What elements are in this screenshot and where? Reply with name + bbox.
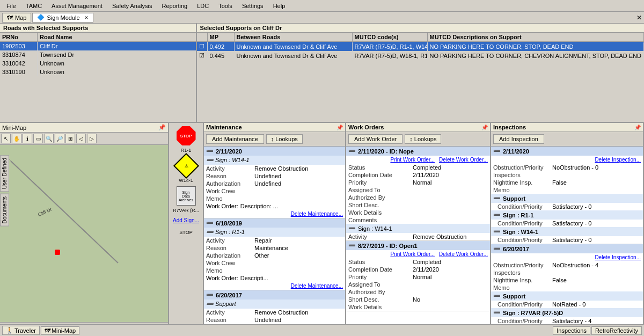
wo-details-2019: Work Details xyxy=(346,303,490,311)
inspections-pin-icon[interactable]: 📌 xyxy=(634,125,641,130)
road-row-3310042[interactable]: 3310042 Unknown xyxy=(0,59,196,68)
wo-assigned-value xyxy=(413,187,488,193)
maint-label-reason-3: Reason xyxy=(206,317,254,323)
insp-sub-r7var-cond-value: Satisfactory - 4 xyxy=(552,318,641,324)
maint-date-2019[interactable]: ➖ 6/18/2019 xyxy=(204,218,345,228)
maint-date-2020[interactable]: ➖ 2/11/2020 xyxy=(204,147,345,156)
wo-status-2019: Status Completed xyxy=(346,258,490,266)
delete-work-order-link-2019[interactable]: Delete Work Order... xyxy=(439,251,488,257)
sup-chk-1[interactable]: ☐ xyxy=(197,42,208,51)
tab-close-icon[interactable]: ✕ xyxy=(84,15,89,20)
insp-obstruction-2020: Obstruction/Priority NoObstruction - 0 xyxy=(491,164,643,171)
tab-map[interactable]: 🗺 Map xyxy=(2,13,31,23)
road-row-3310190[interactable]: 3310190 Unknown xyxy=(0,68,196,76)
sidebar-tab-user-defined[interactable]: User Defined xyxy=(0,155,9,192)
maint-date-2017[interactable]: ➖ 6/20/2017 xyxy=(204,290,345,300)
wo-date-2019[interactable]: ➖ 8/27/2019 - ID: Open1 xyxy=(346,241,490,250)
delete-maintenance-link-1[interactable]: Delete Maintenance... xyxy=(291,211,343,217)
menu-tamc[interactable]: TAMC xyxy=(21,2,46,10)
add-inspection-button[interactable]: Add Inspection xyxy=(493,134,544,144)
delete-work-order-link-2020[interactable]: Delete Work Order... xyxy=(439,157,488,163)
window-close-icon[interactable]: ✕ xyxy=(636,14,642,21)
wo-authorized-label-2019: Authorized By xyxy=(348,289,413,295)
insp-nighttime-label: Nighttime Insp. xyxy=(493,179,552,186)
minimap-btn-fullextent[interactable]: ⊞ xyxy=(65,134,75,143)
menu-safety[interactable]: Safety Analysis xyxy=(108,2,157,10)
menu-file[interactable]: File xyxy=(2,2,20,10)
supports-panel-title: Selected Supports on Cliff Dr xyxy=(197,24,644,33)
insp-sub-support-cond-value: Satisfactory - 0 xyxy=(552,203,641,210)
wo-details-label-2019: Work Details xyxy=(348,304,413,310)
road-row-1902503[interactable]: 1902503 Cliff Dr xyxy=(0,42,196,50)
add-sign-link[interactable]: Add Sign... xyxy=(171,217,201,223)
add-maintenance-button[interactable]: Add Maintenance xyxy=(206,134,264,144)
bottom-tab-traveler[interactable]: 🚶 Traveler xyxy=(2,326,40,335)
wo-details-label: Work Details xyxy=(348,209,413,216)
minimap-btn-identify[interactable]: ℹ xyxy=(23,134,32,143)
sup-desc-header: MUTCD Descriptions on Support xyxy=(428,33,644,41)
sign-thumb-r1-1[interactable]: STOP R1-1 xyxy=(171,125,201,153)
sign-thumb-w14-1[interactable]: ⚠ W14-1 xyxy=(171,155,201,183)
traveler-tab-label: Traveler xyxy=(14,327,36,334)
support-row-2[interactable]: ☑ 0.445 Unknown and Townsend Dr & Cliff … xyxy=(197,51,644,60)
support-row-1[interactable]: ☐ 0.492 Unknown and Townsend Dr & Cliff … xyxy=(197,42,644,51)
print-work-order-link-2019[interactable]: Print Work Order... xyxy=(390,251,435,257)
road-prno-4: 3310190 xyxy=(0,68,38,76)
sup-chk-2[interactable]: ☑ xyxy=(197,51,208,60)
wo-completion-2019: Completion Date 2/11/2020 xyxy=(346,266,490,273)
wo-priority-label-2019: Priority xyxy=(348,274,413,280)
delete-inspection-link-2017[interactable]: Delete Inspection... xyxy=(595,254,641,260)
menu-help[interactable]: Help xyxy=(269,2,290,10)
minimap-btn-hand[interactable]: ✋ xyxy=(12,134,21,143)
maintenance-lookups-button[interactable]: ↕ Lookups xyxy=(266,134,303,144)
retroreflectivity-status-label: RetroReflectivity xyxy=(595,327,638,334)
bottom-tab-minimap[interactable]: 🗺 Mini-Map xyxy=(41,326,79,335)
menu-tools[interactable]: Tools xyxy=(214,2,237,10)
minimap-btn-back[interactable]: ◁ xyxy=(76,134,86,143)
minimap-btn-arrow[interactable]: ↖ xyxy=(1,134,11,143)
insp-date-2017[interactable]: ➖ 6/20/2017 xyxy=(491,244,643,253)
menu-reporting[interactable]: Reporting xyxy=(157,2,192,10)
insp-date-2020[interactable]: ➖ 2/11/2020 xyxy=(491,147,643,156)
tab-sign-module[interactable]: 🔷 Sign Module ✕ xyxy=(32,13,93,23)
sidebar-tab-documents[interactable]: Documents xyxy=(0,194,9,227)
minimap-pin-icon[interactable]: 📌 xyxy=(158,124,166,131)
insp-nighttime-2017: Nighttime Insp. False xyxy=(491,276,643,284)
wo-details-2020: Work Details xyxy=(346,209,490,216)
add-work-order-button[interactable]: Add Work Order xyxy=(348,134,402,144)
delete-maintenance-link-2[interactable]: Delete Maintenance... xyxy=(291,283,343,289)
wo-status-label: Status xyxy=(348,164,413,171)
maint-wo-label-1: Work Order: xyxy=(206,203,238,209)
status-tab-inspections[interactable]: Inspections xyxy=(553,326,590,335)
wo-collapse-icon-2020: ➖ xyxy=(348,148,356,155)
wo-completion-value: 2/11/2020 xyxy=(413,172,488,178)
minimap-btn-zoomout[interactable]: 🔎 xyxy=(55,134,64,143)
work-orders-lookups-button[interactable]: ↕ Lookups xyxy=(405,134,441,144)
status-tab-retroreflectivity[interactable]: RetroReflectivity xyxy=(591,326,642,335)
minimap-btn-forward[interactable]: ▷ xyxy=(87,134,97,143)
wo-date-2020[interactable]: ➖ 2/11/2020 - ID: Nope xyxy=(346,147,490,156)
work-orders-pin-icon[interactable]: 📌 xyxy=(481,125,488,130)
maintenance-pin-icon[interactable]: 📌 xyxy=(336,125,343,130)
warning-sign-image: ⚠ xyxy=(175,155,197,177)
menu-ldc[interactable]: LDC xyxy=(193,2,213,10)
insp-memo-value xyxy=(552,187,641,193)
minimap-btn-zoomin[interactable]: 🔍 xyxy=(44,134,54,143)
minimap-tab-icon: 🗺 xyxy=(45,327,50,334)
menu-settings[interactable]: Settings xyxy=(238,2,268,10)
wo-details-value-2019 xyxy=(413,304,488,310)
road-name-2: Townsend Dr xyxy=(38,50,196,59)
bottom-tabs-bar: 🚶 Traveler 🗺 Mini-Map Inspections RetroR… xyxy=(0,324,644,336)
menu-asset[interactable]: Asset Management xyxy=(47,2,107,10)
delete-inspection-link-2020[interactable]: Delete Inspection... xyxy=(595,157,641,163)
insp-collapse-icon-2020: ➖ xyxy=(493,148,501,155)
insp-inspectors-value xyxy=(552,172,641,178)
minimap-btn-select[interactable]: ▭ xyxy=(33,134,43,143)
sign-thumb-r7var[interactable]: Sign Data Archives R7VAR (R... xyxy=(171,185,201,213)
wo-completion-label-2019: Completion Date xyxy=(348,266,413,273)
maint-sign-r1-1: ➖ Sign : R1-1 xyxy=(204,228,345,237)
print-work-order-link-2020[interactable]: Print Work Order... xyxy=(390,157,435,163)
inspections-body: ➖ 2/11/2020 Delete Inspection... Obstruc… xyxy=(491,147,643,336)
road-row-3310874[interactable]: 3310874 Townsend Dr xyxy=(0,50,196,59)
insp-sub-w14-1-cond: Condition/Priority Satisfactory - 0 xyxy=(491,236,643,244)
